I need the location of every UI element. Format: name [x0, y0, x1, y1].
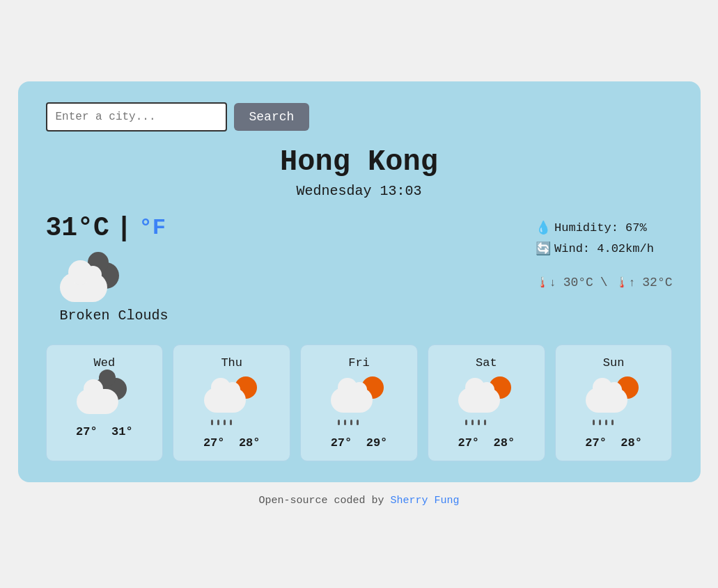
forecast-temps-fri: 27° 29° — [331, 436, 388, 450]
forecast-icon-fri — [331, 375, 387, 425]
forecast-icon-wed — [77, 375, 132, 414]
humidity-row: 💧 Humidity: 67% — [536, 220, 647, 235]
search-button[interactable]: Search — [234, 103, 310, 131]
forecast-card-fri: Fri 27° 29° — [300, 344, 418, 461]
footer-author-link[interactable]: Sherry Fung — [391, 495, 460, 507]
forecast-min-fri: 27° — [331, 436, 352, 450]
forecast-max-sat: 28° — [493, 436, 515, 450]
temp-down-icon: 🌡️↓ — [536, 276, 556, 289]
footer: Open-source coded by Sherry Fung — [258, 495, 459, 507]
forecast-day-sat: Sat — [476, 356, 497, 370]
forecast-day-fri: Fri — [348, 356, 370, 370]
wind-row: 🔄 Wind: 4.02km/h — [536, 241, 654, 256]
max-temp: 32°C — [642, 276, 672, 289]
main-weather-icon — [60, 257, 123, 302]
forecast-day-sun: Sun — [603, 356, 625, 370]
humidity-icon: 💧 — [536, 220, 551, 235]
temp-divider: | — [116, 213, 132, 243]
forecast-card-sun: Sun 27° 28° — [555, 344, 673, 461]
forecast-min-thu: 27° — [203, 436, 225, 450]
forecast-min-sat: 27° — [458, 436, 479, 450]
forecast-temps-thu: 27° 28° — [203, 436, 260, 450]
forecast-card-thu: Thu 27° 28° — [173, 344, 290, 461]
wind-icon: 🔄 — [536, 241, 551, 256]
fahrenheit-temp[interactable]: °F — [139, 215, 166, 241]
search-row: Search — [46, 102, 673, 132]
forecast-day-thu: Thu — [221, 356, 242, 370]
forecast-card-wed: Wed 27° 31° — [46, 344, 164, 461]
forecast-temps-sun: 27° 28° — [585, 436, 642, 450]
temp-section: 31°C | °F Broken Clouds — [46, 213, 169, 324]
forecast-max-thu: 28° — [239, 436, 260, 450]
forecast-temps-sat: 27° 28° — [458, 436, 515, 450]
forecast-min-wed: 27° — [76, 425, 97, 438]
forecast-icon-sun — [586, 375, 641, 425]
forecast-min-sun: 27° — [585, 436, 607, 450]
humidity-value: Humidity: 67% — [554, 221, 647, 235]
main-info: 31°C | °F Broken Clouds 💧 Humidity: 67% … — [46, 213, 673, 324]
min-temp: 30°C — [563, 276, 593, 289]
minmax-divider: \ — [600, 276, 608, 289]
temp-up-icon: 🌡️↑ — [615, 276, 636, 289]
search-input[interactable] — [46, 102, 227, 132]
weather-app: Search Hong Kong Wednesday 13:03 31°C | … — [18, 81, 701, 482]
weather-description: Broken Clouds — [60, 308, 169, 324]
wind-value: Wind: 4.02km/h — [554, 242, 654, 255]
forecast-card-sat: Sat 27° 28° — [428, 344, 545, 461]
temp-toggle: 31°C | °F — [46, 213, 166, 243]
forecast-temps-wed: 27° 31° — [76, 425, 133, 438]
celsius-temp[interactable]: 31°C — [46, 213, 109, 243]
city-name: Hong Kong — [46, 145, 673, 179]
footer-text: Open-source coded by — [258, 495, 390, 507]
right-info: 💧 Humidity: 67% 🔄 Wind: 4.02km/h 🌡️↓ 30°… — [536, 213, 672, 289]
forecast-section: Wed 27° 31° Thu — [46, 344, 673, 461]
forecast-max-wed: 31° — [111, 425, 133, 438]
minmax-row: 🌡️↓ 30°C \ 🌡️↑ 32°C — [536, 276, 672, 289]
date-time: Wednesday 13:03 — [46, 183, 673, 199]
forecast-max-fri: 29° — [366, 436, 388, 450]
forecast-day-wed: Wed — [94, 356, 116, 370]
forecast-max-sun: 28° — [621, 436, 642, 450]
forecast-icon-sat — [458, 375, 514, 425]
forecast-icon-thu — [204, 375, 260, 425]
